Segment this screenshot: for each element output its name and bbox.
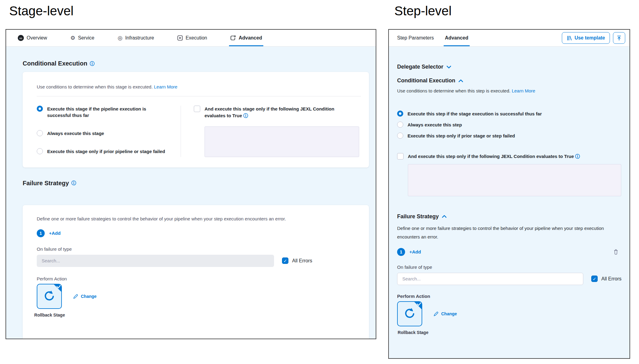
stage-level-title: Stage-level xyxy=(9,4,73,18)
perform-action-label: Perform Action xyxy=(397,294,622,299)
save-as-template-button[interactable] xyxy=(613,32,625,44)
radio-selected-icon[interactable] xyxy=(37,106,43,112)
advanced-icon xyxy=(230,35,236,41)
chevron-up-icon[interactable] xyxy=(442,215,447,218)
radio-unselected-icon[interactable] xyxy=(37,130,43,136)
learn-more-link[interactable]: Learn More xyxy=(512,88,535,93)
radio-execute-if-successful[interactable]: Execute this stage if the pipeline execu… xyxy=(37,106,181,118)
radio-always-execute[interactable]: Always execute this step xyxy=(397,122,622,128)
on-failure-label: On failure of type xyxy=(37,246,361,252)
conditional-execution-card: Use conditions to determine when this st… xyxy=(23,72,369,167)
learn-more-link[interactable]: Learn More xyxy=(154,84,178,89)
use-template-button[interactable]: Use template xyxy=(562,32,610,44)
jexl-condition-input[interactable] xyxy=(408,164,621,196)
tab-infrastructure[interactable]: ◎ Infrastructure xyxy=(118,30,154,46)
tab-advanced[interactable]: Advanced xyxy=(230,30,262,46)
radio-label: Execute this step if the stage execution… xyxy=(408,111,542,117)
stage-advanced-content: Conditional Execution ⓘ Use conditions t… xyxy=(6,47,376,339)
delegate-selector-heading: Delegate Selector xyxy=(397,64,443,70)
heading-text: Conditional Execution xyxy=(23,60,87,67)
on-failure-label: On failure of type xyxy=(397,265,622,270)
jexl-label-text: And execute this step only if the follow… xyxy=(408,154,574,159)
jexl-condition-checkbox-row[interactable]: And execute this stage only if the follo… xyxy=(194,106,361,119)
step-advanced-panel: Step Parameters Advanced Use template De… xyxy=(388,29,630,359)
tab-label: Infrastructure xyxy=(125,35,154,41)
failure-strategy-heading: Failure Strategy xyxy=(397,213,439,220)
radio-unselected-icon[interactable] xyxy=(37,148,43,154)
jexl-condition-checkbox-row[interactable]: And execute this step only if the follow… xyxy=(397,153,622,160)
strategy-count-badge[interactable]: 1 xyxy=(397,248,405,256)
divider xyxy=(37,96,361,96)
execution-play-icon xyxy=(177,35,183,41)
tab-label: Advanced xyxy=(445,35,468,41)
tab-advanced[interactable]: Advanced xyxy=(445,30,468,46)
change-action-link[interactable]: Change xyxy=(73,294,96,299)
checkbox-unchecked-icon[interactable] xyxy=(397,153,404,159)
all-errors-label: All Errors xyxy=(292,258,312,264)
info-icon[interactable]: ⓘ xyxy=(90,61,95,66)
jexl-label-text: And execute this stage only if the follo… xyxy=(205,106,334,118)
info-icon[interactable]: ⓘ xyxy=(71,181,76,186)
jexl-condition-input[interactable] xyxy=(205,126,359,157)
radio-label: Execute this step only if prior stage or… xyxy=(408,133,515,139)
tab-overview[interactable]: ∞ Overview xyxy=(18,30,47,46)
conditional-execution-section[interactable]: Conditional Execution xyxy=(397,77,622,84)
selected-action-name: Rollback Stage xyxy=(34,312,66,318)
selected-action-name: Rollback Stage xyxy=(397,329,429,336)
radio-label: Execute this stage if the pipeline execu… xyxy=(47,106,168,118)
conditional-execution-description: Use conditions to determine when this st… xyxy=(397,88,622,93)
step-advanced-content: Delegate Selector Conditional Execution … xyxy=(389,47,630,358)
chevron-down-icon[interactable] xyxy=(446,66,451,69)
checkbox-checked-icon[interactable]: ✓ xyxy=(282,257,288,264)
checkbox-unchecked-icon[interactable] xyxy=(194,106,200,112)
trash-icon[interactable] xyxy=(613,249,618,255)
radio-label: Execute this stage only if prior pipelin… xyxy=(47,148,165,155)
radio-always-execute[interactable]: Always execute this stage xyxy=(37,130,181,137)
failure-strategy-description: Define one or more failure strategies to… xyxy=(397,224,615,241)
change-label: Change xyxy=(441,311,457,316)
tab-execution[interactable]: Execution xyxy=(177,30,207,46)
radio-unselected-icon[interactable] xyxy=(397,122,403,128)
info-icon[interactable]: ⓘ xyxy=(575,154,580,159)
failure-strategy-heading: Failure Strategy ⓘ xyxy=(23,180,369,187)
conditional-execution-description: Use conditions to determine when this st… xyxy=(37,84,361,89)
radio-selected-icon[interactable] xyxy=(397,111,403,117)
info-icon[interactable]: ⓘ xyxy=(243,113,248,118)
all-errors-checkbox-row[interactable]: ✓ All Errors xyxy=(282,257,312,264)
strategy-count-badge[interactable]: 1 xyxy=(37,229,45,237)
conditional-execution-heading: Conditional Execution ⓘ xyxy=(23,60,369,67)
add-strategy-button[interactable]: +Add xyxy=(409,249,421,254)
delegate-selector-section[interactable]: Delegate Selector xyxy=(397,64,622,70)
heading-text: Failure Strategy xyxy=(23,180,69,187)
radio-execute-if-failed[interactable]: Execute this step only if prior stage or… xyxy=(397,133,622,139)
checkbox-checked-icon[interactable]: ✓ xyxy=(591,276,598,282)
all-errors-checkbox-row[interactable]: ✓ All Errors xyxy=(591,276,622,282)
failure-type-search-input[interactable] xyxy=(37,255,274,267)
all-errors-label: All Errors xyxy=(601,276,622,282)
jexl-condition-label: And execute this step only if the follow… xyxy=(408,153,580,160)
infrastructure-icon: ◎ xyxy=(118,35,122,41)
change-action-link[interactable]: Change xyxy=(433,311,457,317)
tab-service[interactable]: ⚙ Service xyxy=(70,30,95,46)
jexl-condition-label: And execute this stage only if the follo… xyxy=(205,106,344,119)
gear-icon: ⚙ xyxy=(70,35,75,41)
rollback-stage-action-card[interactable] xyxy=(397,301,422,326)
conditional-execution-heading: Conditional Execution xyxy=(397,77,455,84)
template-library-icon xyxy=(567,35,572,41)
step-tabbar: Step Parameters Advanced Use template xyxy=(389,30,630,47)
perform-action-label: Perform Action xyxy=(37,276,361,281)
upload-template-icon xyxy=(616,35,622,41)
failure-strategy-collapse-row[interactable]: Failure Strategy xyxy=(397,213,622,220)
failure-type-search-input[interactable] xyxy=(397,273,583,285)
tab-label: Execution xyxy=(186,35,207,41)
failure-strategy-card: Define one or more failure strategies to… xyxy=(23,205,369,339)
radio-execute-if-successful[interactable]: Execute this step if the stage execution… xyxy=(397,111,622,117)
rollback-stage-action-card[interactable] xyxy=(37,284,62,309)
chevron-up-icon[interactable] xyxy=(458,79,463,82)
selected-check-icon xyxy=(53,284,62,293)
add-strategy-button[interactable]: +Add xyxy=(49,231,61,236)
tab-step-parameters[interactable]: Step Parameters xyxy=(397,30,434,46)
radio-execute-if-failed[interactable]: Execute this stage only if prior pipelin… xyxy=(37,148,181,155)
description-text: Use conditions to determine when this st… xyxy=(37,84,153,89)
radio-unselected-icon[interactable] xyxy=(397,133,403,139)
